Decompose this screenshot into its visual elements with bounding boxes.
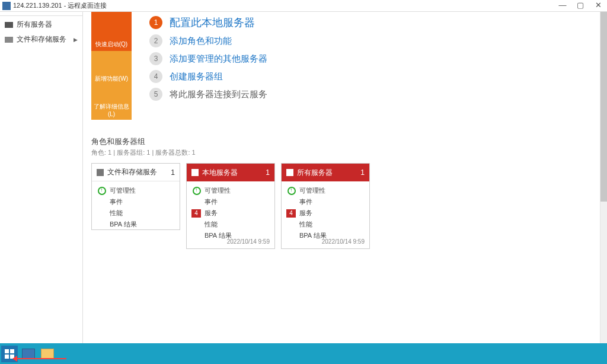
main-content: 快速启动(Q) 新增功能(W) 了解详细信息(L) 1 配置此本地服务器 2 添… [83, 12, 607, 343]
annotation-arrow [13, 358, 66, 359]
card-row-bpa[interactable]: BPA 结果 [98, 220, 174, 229]
app-body: 所有服务器 文件和存储服务 ▶ 快速启动(Q) 新增功能(W) 了解详细信息(L… [0, 12, 607, 343]
card-body: 可管理性 事件 性能 BPA 结果 [92, 181, 180, 235]
card-row-performance[interactable]: 性能 [98, 209, 174, 218]
row-label: 服务 [205, 209, 218, 218]
step-number: 3 [149, 52, 162, 65]
status-up-icon [287, 187, 296, 195]
card-row-performance[interactable]: 性能 [287, 220, 363, 229]
card-count: 1 [360, 168, 365, 177]
card-all-servers[interactable]: 所有服务器 1 可管理性 事件 4服务 性能 BPA 结果 2022/10/14… [281, 163, 370, 249]
step-label: 添加要管理的其他服务器 [170, 53, 267, 65]
server-icon [191, 169, 199, 176]
card-timestamp: 2022/10/14 9:59 [322, 238, 365, 245]
row-label: 服务 [299, 209, 312, 218]
close-button[interactable]: ✕ [589, 0, 607, 12]
card-timestamp: 2022/10/14 9:59 [227, 238, 270, 245]
card-local-server[interactable]: 本地服务器 1 可管理性 事件 4服务 性能 BPA 结果 2022/10/14… [186, 163, 275, 249]
roles-groups-section: 角色和服务器组 角色: 1 | 服务器组: 1 | 服务器总数: 1 文件和存储… [91, 136, 599, 249]
window-controls: — ▢ ✕ [554, 0, 607, 12]
taskbar-server-manager[interactable] [20, 346, 37, 362]
alert-badge: 4 [191, 209, 201, 218]
vertical-scrollbar[interactable] [600, 12, 607, 343]
groups-title: 角色和服务器组 [91, 136, 599, 147]
step-number: 4 [149, 70, 162, 83]
groups-subtitle: 角色: 1 | 服务器组: 1 | 服务器总数: 1 [91, 148, 599, 157]
server-manager-icon [22, 349, 35, 359]
card-file-storage[interactable]: 文件和存储服务 1 可管理性 事件 性能 BPA 结果 [91, 163, 180, 230]
quickstart-tiles: 快速启动(Q) 新增功能(W) 了解详细信息(L) [91, 12, 132, 120]
tile-quick-start[interactable]: 快速启动(Q) [91, 12, 132, 51]
minimize-button[interactable]: — [554, 0, 571, 12]
server-cards: 文件和存储服务 1 可管理性 事件 性能 BPA 结果 本地服务器 [91, 163, 599, 249]
tile-whats-new[interactable]: 新增功能(W) [91, 51, 132, 85]
card-row-events[interactable]: 事件 [193, 197, 269, 206]
chevron-right-icon: ▶ [74, 37, 78, 43]
card-row-services[interactable]: 4服务 [193, 209, 269, 218]
step-connect-cloud[interactable]: 5 将此服务器连接到云服务 [149, 88, 267, 101]
row-label: 性能 [299, 220, 312, 229]
steps-list: 1 配置此本地服务器 2 添加角色和功能 3 添加要管理的其他服务器 4 创建服… [132, 12, 267, 120]
card-row-manageability[interactable]: 可管理性 [98, 186, 174, 195]
card-row-performance[interactable]: 性能 [193, 220, 269, 229]
step-configure-local[interactable]: 1 配置此本地服务器 [149, 15, 267, 30]
row-label: 事件 [110, 197, 123, 206]
card-row-events[interactable]: 事件 [98, 197, 174, 206]
sidebar-item-label: 所有服务器 [17, 20, 52, 30]
sidebar-item-all-servers[interactable]: 所有服务器 [0, 17, 82, 32]
window-title: 124.221.139.201 - 远程桌面连接 [13, 1, 554, 10]
quickstart-section: 快速启动(Q) 新增功能(W) 了解详细信息(L) 1 配置此本地服务器 2 添… [91, 12, 599, 120]
card-title: 所有服务器 [297, 168, 333, 178]
row-label: 可管理性 [299, 186, 325, 195]
tile-label: 快速启动(Q) [95, 40, 127, 49]
step-label: 将此服务器连接到云服务 [170, 89, 267, 100]
step-number: 5 [149, 88, 162, 101]
row-label: BPA 结果 [110, 220, 137, 229]
step-number: 1 [149, 16, 162, 29]
row-label: 性能 [110, 209, 123, 218]
servers-icon [286, 169, 293, 176]
status-up-icon [193, 187, 201, 195]
step-create-group[interactable]: 4 创建服务器组 [149, 70, 267, 83]
sidebar-item-file-storage[interactable]: 文件和存储服务 ▶ [0, 32, 82, 47]
step-add-roles[interactable]: 2 添加角色和功能 [149, 34, 267, 47]
tile-label: 了解详细信息(L) [91, 103, 132, 117]
svg-rect-0 [5, 349, 9, 353]
nav-sidebar: 所有服务器 文件和存储服务 ▶ [0, 12, 83, 343]
folder-icon [41, 349, 54, 359]
storage-icon [5, 37, 13, 43]
row-label: 可管理性 [205, 186, 231, 195]
step-number: 2 [149, 34, 162, 47]
svg-rect-1 [10, 349, 14, 353]
rdp-icon [2, 2, 11, 10]
rdp-titlebar: 124.221.139.201 - 远程桌面连接 — ▢ ✕ [0, 0, 607, 12]
step-label: 创建服务器组 [170, 71, 223, 82]
sidebar-item-label: 文件和存储服务 [17, 34, 66, 44]
taskbar-explorer[interactable] [39, 346, 56, 362]
row-label: 事件 [299, 197, 312, 206]
tile-learn-more[interactable]: 了解详细信息(L) [91, 85, 132, 120]
card-count: 1 [266, 168, 270, 177]
row-label: 可管理性 [110, 186, 136, 195]
scrollbar-thumb[interactable] [600, 12, 607, 202]
card-row-services[interactable]: 4服务 [287, 209, 363, 218]
tile-label: 新增功能(W) [95, 75, 128, 83]
card-body: 可管理性 事件 4服务 性能 BPA 结果 [187, 181, 274, 246]
maximize-button[interactable]: ▢ [571, 0, 589, 12]
step-add-servers[interactable]: 3 添加要管理的其他服务器 [149, 52, 267, 65]
status-up-icon [98, 187, 106, 195]
storage-icon [97, 169, 104, 176]
card-header: 所有服务器 1 [282, 164, 369, 181]
card-title: 文件和存储服务 [107, 167, 157, 177]
card-body: 可管理性 事件 4服务 性能 BPA 结果 [282, 181, 369, 246]
card-header: 文件和存储服务 1 [92, 164, 180, 181]
card-row-events[interactable]: 事件 [287, 197, 363, 206]
card-row-manageability[interactable]: 可管理性 [287, 186, 363, 195]
alert-badge: 4 [286, 209, 296, 218]
card-header: 本地服务器 1 [187, 164, 274, 181]
card-title: 本地服务器 [202, 168, 238, 178]
server-icon [5, 22, 13, 28]
card-row-manageability[interactable]: 可管理性 [193, 186, 269, 195]
step-label: 配置此本地服务器 [170, 15, 255, 30]
svg-rect-2 [5, 355, 9, 359]
